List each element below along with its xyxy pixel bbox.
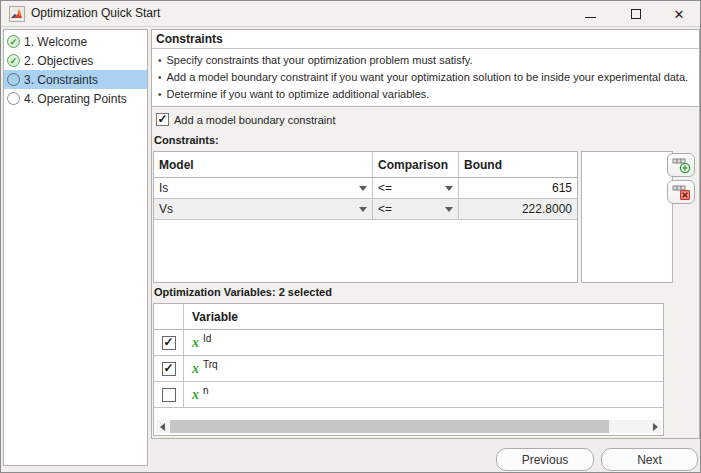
- variable-name: Id: [203, 333, 211, 344]
- model-value: Is: [159, 181, 168, 195]
- sidebar-item-label: 2. Objectives: [24, 54, 93, 68]
- sidebar-item-operating-points[interactable]: 4. Operating Points: [4, 89, 147, 108]
- minimize-icon: [585, 17, 596, 18]
- instruction-line: Add a model boundary constraint if you w…: [158, 69, 693, 86]
- variable-checkbox-cell: [154, 356, 184, 382]
- next-button[interactable]: Next: [601, 448, 698, 471]
- variable-checkbox-cell: [154, 382, 184, 408]
- maximize-icon: [631, 9, 641, 19]
- bullet-icon: [158, 69, 162, 86]
- window-title: Optimization Quick Start: [31, 1, 160, 26]
- close-icon: ✕: [674, 8, 685, 21]
- boundary-constraint-row: Add a model boundary constraint: [156, 113, 335, 126]
- matlab-logo-icon: [9, 6, 25, 22]
- boundary-constraint-label: Add a model boundary constraint: [174, 114, 335, 126]
- chevron-down-icon: [359, 186, 367, 191]
- variable-x-icon: x: [192, 361, 199, 377]
- chevron-down-icon: [445, 207, 453, 212]
- variable-checkbox-Trq[interactable]: [162, 362, 176, 376]
- comparison-select-row2[interactable]: <=: [373, 199, 459, 220]
- optimization-variables-table: Variable x Id x Trq: [153, 303, 664, 436]
- comparison-select-row1[interactable]: <=: [373, 178, 459, 199]
- instruction-text: Determine if you want to optimize additi…: [167, 86, 430, 103]
- instructions: Specify constraints that your optimizati…: [152, 49, 699, 107]
- bound-field-row2[interactable]: 222.8000: [459, 199, 577, 220]
- constraints-page-panel: Constraints Specify constraints that you…: [151, 29, 700, 439]
- add-constraint-button[interactable]: [667, 153, 695, 177]
- variable-checkbox-Id[interactable]: [162, 336, 176, 350]
- previous-button[interactable]: Previous: [496, 448, 594, 471]
- sidebar-item-welcome[interactable]: ✓ 1. Welcome: [4, 32, 147, 51]
- minimize-button[interactable]: [567, 1, 613, 27]
- chevron-down-icon: [359, 207, 367, 212]
- comparison-value: <=: [378, 202, 392, 216]
- instruction-line: Determine if you want to optimize additi…: [158, 86, 693, 103]
- constraints-side-panel: [581, 151, 673, 283]
- variable-checkbox-n[interactable]: [162, 388, 176, 402]
- instruction-text: Add a model boundary constraint if you w…: [167, 69, 689, 86]
- step-complete-icon: ✓: [7, 35, 20, 48]
- step-active-icon: [7, 73, 20, 86]
- variable-name: Trq: [203, 359, 218, 370]
- optimization-variables-label: Optimization Variables: 2 selected: [154, 286, 332, 298]
- model-select-row1[interactable]: Is: [154, 178, 373, 199]
- checkbox-column-header: [154, 304, 184, 330]
- instruction-line: Specify constraints that your optimizati…: [158, 52, 693, 69]
- column-header-model: Model: [154, 152, 373, 178]
- delete-constraint-button[interactable]: [667, 180, 695, 204]
- variable-checkbox-cell: [154, 330, 184, 356]
- table-delete-icon: [672, 184, 691, 201]
- variable-x-icon: x: [192, 335, 199, 351]
- column-header-bound: Bound: [459, 152, 577, 178]
- sidebar-item-label: 4. Operating Points: [24, 92, 127, 106]
- column-header-comparison: Comparison: [373, 152, 459, 178]
- table-row[interactable]: x Trq: [184, 356, 663, 382]
- sidebar-item-objectives[interactable]: ✓ 2. Objectives: [4, 51, 147, 70]
- model-select-row2[interactable]: Vs: [154, 199, 373, 220]
- constraints-table: Model Comparison Bound Is <= 615 Vs <= 2…: [153, 151, 578, 283]
- bullet-icon: [158, 52, 162, 69]
- table-add-icon: [672, 157, 691, 174]
- wizard-steps-sidebar: ✓ 1. Welcome ✓ 2. Objectives 3. Constrai…: [3, 29, 148, 466]
- sidebar-item-label: 1. Welcome: [24, 35, 87, 49]
- optimization-quick-start-window: Optimization Quick Start ✕ ✓ 1. Welcome …: [0, 0, 701, 473]
- table-row[interactable]: x n: [184, 382, 663, 408]
- variable-name: n: [203, 385, 209, 396]
- column-header-variable: Variable: [184, 304, 663, 330]
- comparison-value: <=: [378, 181, 392, 195]
- constraints-table-label: Constraints:: [154, 134, 219, 146]
- maximize-button[interactable]: [613, 1, 659, 27]
- bound-field-row1[interactable]: 615: [459, 178, 577, 199]
- boundary-constraint-checkbox[interactable]: [156, 113, 169, 126]
- scrollbar-thumb[interactable]: [170, 420, 609, 433]
- instruction-text: Specify constraints that your optimizati…: [167, 52, 473, 69]
- sidebar-item-constraints[interactable]: 3. Constraints: [4, 70, 147, 89]
- scroll-left-icon[interactable]: [156, 420, 168, 433]
- sidebar-item-label: 3. Constraints: [24, 73, 98, 87]
- step-pending-icon: [7, 92, 20, 105]
- horizontal-scrollbar[interactable]: [156, 420, 661, 433]
- scroll-right-icon[interactable]: [649, 420, 661, 433]
- bullet-icon: [158, 86, 162, 103]
- close-button[interactable]: ✕: [656, 1, 701, 27]
- constraints-table-empty-area: [154, 220, 577, 282]
- table-row[interactable]: x Id: [184, 330, 663, 356]
- titlebar: Optimization Quick Start ✕: [1, 1, 700, 27]
- chevron-down-icon: [445, 186, 453, 191]
- variable-x-icon: x: [192, 387, 199, 403]
- model-value: Vs: [159, 202, 173, 216]
- page-title: Constraints: [152, 30, 699, 49]
- step-complete-icon: ✓: [7, 54, 20, 67]
